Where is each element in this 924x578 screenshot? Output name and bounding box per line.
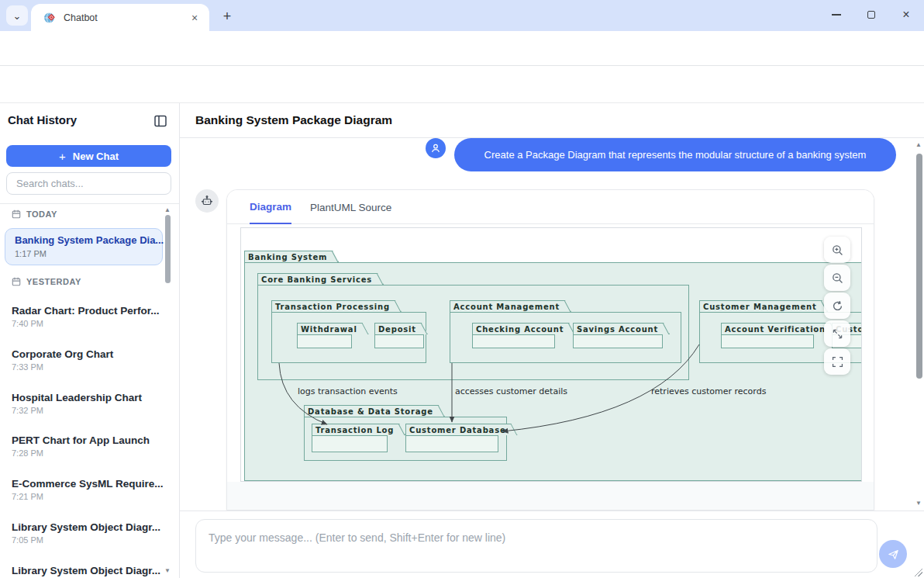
diagram-card: Diagram PlantUML Source Banking System C… xyxy=(226,189,874,511)
new-chat-button[interactable]: + New Chat xyxy=(6,145,171,167)
package-tab-account-management: Account Management xyxy=(450,300,571,312)
close-icon: × xyxy=(902,9,909,21)
sidebar: Chat History + New Chat TODAY Banking Sy… xyxy=(0,103,180,578)
message-input[interactable] xyxy=(195,519,877,573)
chat-item-title: Banking System Package Dia... xyxy=(15,234,164,246)
section-header-yesterday: YESTERDAY xyxy=(12,277,81,286)
edge-label: accesses customer details xyxy=(455,386,567,396)
package-tab-deposit: Deposit xyxy=(374,323,428,334)
fullscreen-button[interactable] xyxy=(824,348,850,375)
package-tab-withdrawal: Withdrawal xyxy=(297,323,369,334)
plus-icon: + xyxy=(223,9,232,25)
package-tab-checking-account: Checking Account xyxy=(472,323,575,334)
calendar-icon xyxy=(12,277,21,286)
chat-item[interactable]: PERT Chart for App Launch7:28 PM xyxy=(12,434,150,458)
package-body-withdrawal xyxy=(297,334,352,348)
tab-search-button[interactable]: ⌄ xyxy=(6,5,28,26)
package-body-account-verification xyxy=(721,334,814,348)
screen: { "browser": { "tab_title": "Chatbot", "… xyxy=(0,0,924,578)
chat-item-selected[interactable]: Banking System Package Dia... 1:17 PM xyxy=(5,228,163,265)
sidebar-toggle-icon[interactable] xyxy=(153,113,168,129)
zoom-out-button[interactable] xyxy=(824,265,850,291)
sidebar-scroll-up-icon[interactable]: ▲ xyxy=(164,206,172,213)
browser-titlebar: ⌄ Chatbot × + × xyxy=(0,0,924,31)
user-message-bubble: Create a Package Diagram that represents… xyxy=(454,138,896,171)
package-tab-database-data-storage: Database & Data Storage xyxy=(304,405,445,417)
sidebar-scrollbar-thumb[interactable] xyxy=(165,215,171,283)
main-area: Banking System Package Diagram Create a … xyxy=(180,103,924,578)
package-body-transaction-log xyxy=(312,435,388,452)
package-tab-banking-system: Banking System xyxy=(244,251,339,262)
tab-diagram[interactable]: Diagram xyxy=(250,190,291,224)
main-scrollbar-thumb[interactable] xyxy=(916,154,922,379)
minimize-icon xyxy=(832,14,841,16)
plus-icon: + xyxy=(59,150,66,163)
maximize-icon xyxy=(867,11,875,19)
favicon-visual-paradigm xyxy=(43,12,56,24)
edge-label: logs transaction events xyxy=(298,386,398,396)
window-close-button[interactable]: × xyxy=(889,0,923,29)
tab-plantuml-source[interactable]: PlantUML Source xyxy=(310,190,391,224)
card-tab-bar: Diagram PlantUML Source xyxy=(227,190,874,224)
window-minimize-button[interactable] xyxy=(819,0,853,29)
expand-button[interactable] xyxy=(824,320,850,347)
package-body-savings-account xyxy=(573,334,663,348)
chat-item[interactable]: Radar Chart: Product Perfor...7:40 PM xyxy=(12,305,160,328)
edge-label: retrieves customer records xyxy=(651,386,766,396)
package-tab-customer-management: Customer Management xyxy=(699,300,828,312)
package-body-deposit xyxy=(374,334,424,348)
zoom-in-button[interactable] xyxy=(824,237,850,263)
new-chat-label: New Chat xyxy=(73,151,119,162)
zoom-out-icon xyxy=(831,272,844,285)
chat-scroll-area: Create a Package Diagram that represents… xyxy=(180,138,924,511)
package-tab-transaction-log: Transaction Log xyxy=(312,424,405,435)
tab-title: Chatbot xyxy=(64,12,188,23)
fullscreen-icon xyxy=(831,355,844,369)
package-tab-customer-database: Customer Database xyxy=(405,424,518,435)
new-tab-button[interactable]: + xyxy=(218,7,236,26)
section-header-today: TODAY xyxy=(12,209,57,219)
user-avatar xyxy=(426,138,446,158)
chat-item[interactable]: Corporate Org Chart7:33 PM xyxy=(12,348,113,372)
package-tab-account-verification: Account Verification xyxy=(721,323,837,334)
package-body-customer-database xyxy=(405,435,498,452)
chat-history-title: Chat History xyxy=(8,113,77,126)
chat-item[interactable]: Library System Object Diagr... xyxy=(12,565,160,578)
calendar-icon xyxy=(12,209,21,219)
browser-toolbar: ai-toolbox.visual-paradigm.com/app/chatb… xyxy=(0,31,924,66)
expand-arrows-icon xyxy=(831,327,844,341)
chat-list: TODAY Banking System Package Dia... 1:17… xyxy=(0,203,179,578)
diagram-canvas[interactable]: Banking System Core Banking Services Tra… xyxy=(240,227,862,482)
main-scroll-down-icon[interactable]: ▼ xyxy=(915,500,923,507)
chat-item[interactable]: E-Commerce SysML Require...7:21 PM xyxy=(12,478,164,501)
chat-item[interactable]: Hospital Leadership Chart7:32 PM xyxy=(12,392,142,415)
person-icon xyxy=(429,142,442,154)
main-scroll-up-icon[interactable]: ▲ xyxy=(915,141,923,148)
package-tab-core-banking-services: Core Banking Services xyxy=(257,273,384,285)
chevron-down-icon: ⌄ xyxy=(13,10,22,22)
robot-icon xyxy=(200,194,214,208)
tab-close-icon[interactable]: × xyxy=(188,11,202,25)
package-tab-savings-account: Savings Account xyxy=(573,323,670,334)
reset-rotate-icon xyxy=(831,299,844,313)
chat-item-time: 1:17 PM xyxy=(15,249,47,258)
package-tab-transaction-processing: Transaction Processing xyxy=(271,300,402,312)
send-button[interactable] xyxy=(879,540,907,568)
zoom-in-icon xyxy=(831,244,844,257)
package-body-checking-account xyxy=(472,334,555,348)
search-input[interactable] xyxy=(6,172,171,195)
reset-view-button[interactable] xyxy=(824,292,850,319)
send-plane-icon xyxy=(887,548,900,561)
composer xyxy=(180,511,924,578)
main-header: Banking System Package Diagram xyxy=(180,103,924,138)
browser-tab[interactable]: Chatbot × xyxy=(31,4,209,31)
bot-avatar xyxy=(195,189,219,213)
sidebar-scroll-down-icon[interactable]: ▼ xyxy=(164,567,172,574)
card-bottom-strip xyxy=(227,482,874,511)
window-maximize-button[interactable] xyxy=(854,0,888,29)
chat-item[interactable]: Library System Object Diagr...7:05 PM xyxy=(12,521,160,545)
page-title: Banking System Package Diagram xyxy=(195,113,392,127)
app-header: Chatbot Powered by Visual Paradigm More … xyxy=(0,66,924,103)
resize-grip[interactable] xyxy=(915,569,922,576)
